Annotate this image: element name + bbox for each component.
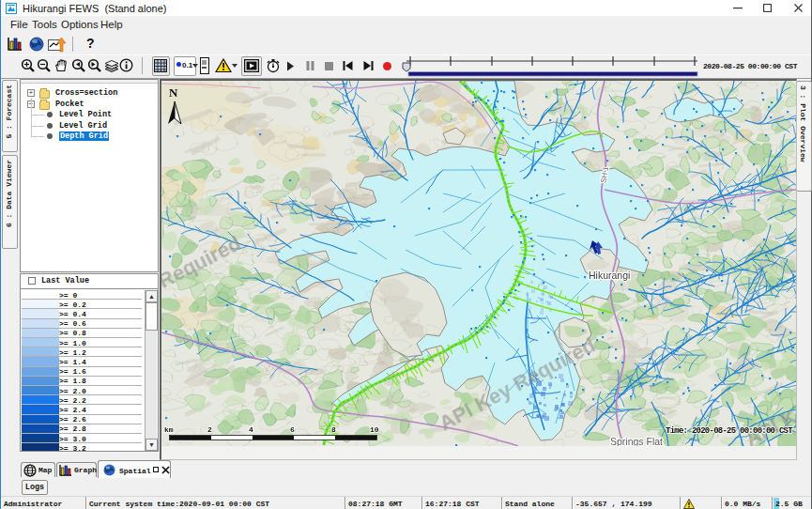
svg-text:Hikurangi: Hikurangi — [589, 270, 630, 281]
svg-text:6: 6 — [290, 425, 295, 434]
svg-text:4: 4 — [249, 425, 253, 434]
svg-text:2: 2 — [207, 425, 212, 434]
svg-text:10: 10 — [370, 425, 379, 434]
svg-text:Time: 2020-08-25 00:00:00 CST: Time: 2020-08-25 00:00:00 CST — [666, 426, 793, 436]
svg-text:km: km — [164, 425, 174, 434]
svg-text:8: 8 — [331, 425, 336, 434]
svg-text:N: N — [169, 85, 178, 100]
svg-text:Springs Flat: Springs Flat — [610, 436, 663, 446]
